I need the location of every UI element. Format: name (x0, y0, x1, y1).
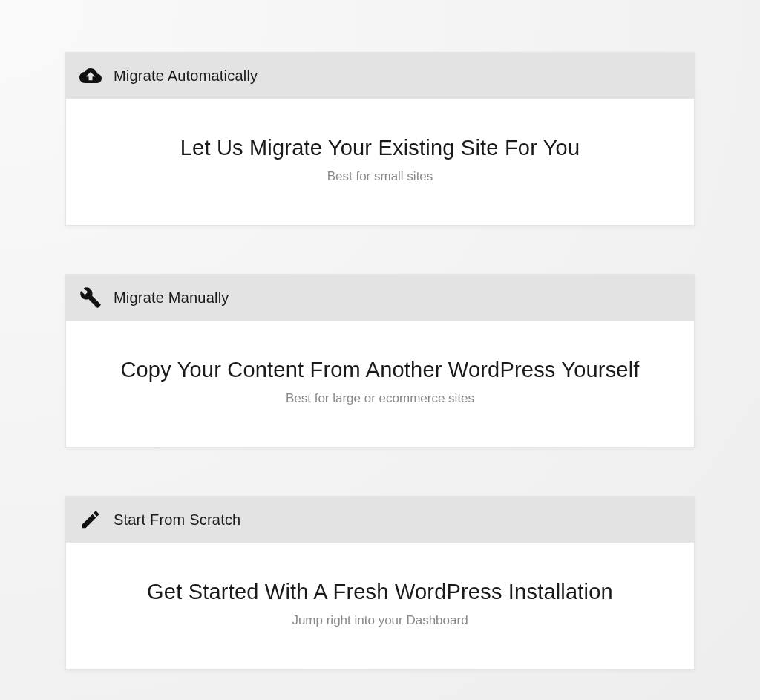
option-body: Let Us Migrate Your Existing Site For Yo… (66, 99, 694, 225)
cloud-upload-icon (79, 65, 102, 87)
option-header-label: Migrate Automatically (114, 68, 258, 85)
option-header-label: Start From Scratch (114, 511, 240, 529)
option-migrate-automatically[interactable]: Migrate Automatically Let Us Migrate You… (65, 52, 695, 226)
option-header: Migrate Automatically (66, 53, 694, 99)
option-migrate-manually[interactable]: Migrate Manually Copy Your Content From … (65, 274, 695, 448)
wrench-icon (79, 287, 102, 309)
option-subtitle: Best for small sites (88, 169, 672, 184)
option-body: Copy Your Content From Another WordPress… (66, 321, 694, 447)
option-title: Copy Your Content From Another WordPress… (88, 358, 672, 382)
option-header: Start From Scratch (66, 497, 694, 543)
pencil-icon (79, 508, 102, 531)
option-title: Get Started With A Fresh WordPress Insta… (88, 580, 672, 604)
option-start-from-scratch[interactable]: Start From Scratch Get Started With A Fr… (65, 496, 695, 670)
option-header-label: Migrate Manually (114, 290, 229, 307)
option-header: Migrate Manually (66, 275, 694, 321)
option-title: Let Us Migrate Your Existing Site For Yo… (88, 136, 672, 160)
option-subtitle: Jump right into your Dashboard (88, 613, 672, 628)
setup-options-list: Migrate Automatically Let Us Migrate You… (65, 52, 695, 670)
option-body: Get Started With A Fresh WordPress Insta… (66, 543, 694, 669)
option-subtitle: Best for large or ecommerce sites (88, 391, 672, 406)
